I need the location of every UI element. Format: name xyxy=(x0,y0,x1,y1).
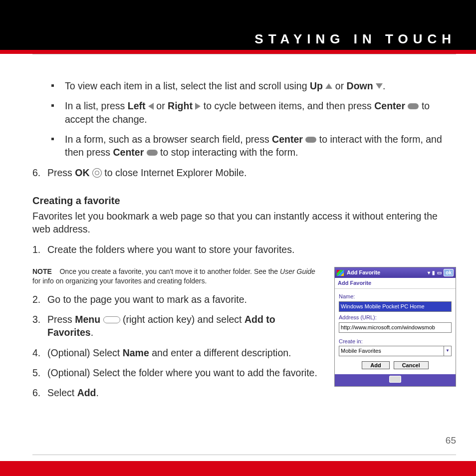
step-item: 3. Press Menu (right action key) and sel… xyxy=(32,313,322,339)
up-icon xyxy=(325,83,332,89)
name-label: Name: xyxy=(339,293,452,300)
text: . xyxy=(96,387,99,398)
step-text: Create the folders where you want to sto… xyxy=(47,243,456,256)
cancel-button[interactable]: Cancel xyxy=(394,361,429,369)
key-label-menu: Menu xyxy=(75,314,100,325)
text: or xyxy=(156,100,168,111)
url-label: Address (URL): xyxy=(339,314,452,321)
footer-red-bar xyxy=(0,461,476,476)
text: or xyxy=(335,80,347,91)
section-title: STAYING IN TOUCH xyxy=(254,31,456,47)
signal-icon: ▾ xyxy=(428,269,430,276)
inset-subheading: Add Favorite xyxy=(335,278,456,289)
ok-button[interactable]: ok xyxy=(444,269,454,277)
field-name: Name xyxy=(123,347,149,358)
page-content: To view each item in a list, select the … xyxy=(0,54,476,406)
key-label-left: Left xyxy=(128,100,146,111)
subsection-heading: Creating a favorite xyxy=(32,194,456,208)
step-item: 5. (Optional) Select the folder where yo… xyxy=(32,366,322,379)
keyboard-icon[interactable] xyxy=(389,376,401,383)
bullet-item: To view each item in a list, select the … xyxy=(32,79,456,92)
key-label-center: Center xyxy=(113,147,144,158)
footer-divider xyxy=(32,455,456,455)
menu-key-icon xyxy=(103,316,120,323)
ok-icon xyxy=(92,168,102,178)
text: Select xyxy=(47,387,77,398)
text: In a list, press xyxy=(65,100,128,111)
text: In a form, such as a browser search fiel… xyxy=(65,134,272,145)
center-icon xyxy=(147,150,158,156)
createin-field[interactable]: Mobile Favorites xyxy=(339,346,444,356)
step-number: 4. xyxy=(32,346,47,359)
text: . xyxy=(383,80,385,91)
text: to cycle between items, and then press xyxy=(204,100,375,111)
page-number: 65 xyxy=(446,435,456,446)
url-field[interactable]: http://www.microsoft.com/windowsmob xyxy=(339,322,452,333)
antenna-icon: ▮ xyxy=(432,269,435,276)
sip-bar xyxy=(335,374,456,386)
down-icon xyxy=(376,83,383,89)
dropdown-arrow-icon[interactable]: ▼ xyxy=(444,346,452,356)
note-text: for info on organizing your favorites an… xyxy=(32,277,207,285)
text: to close Internet Explorer Mobile. xyxy=(104,167,246,178)
center-icon xyxy=(305,137,316,143)
step-number: 5. xyxy=(32,366,47,379)
key-label-down: Down xyxy=(347,80,373,91)
add-button[interactable]: Add xyxy=(362,361,389,369)
step-text: Go to the page you want to mark as a fav… xyxy=(47,293,322,306)
bullet-list: To view each item in a list, select the … xyxy=(32,79,456,159)
step-number: 1. xyxy=(32,243,47,256)
key-label-center: Center xyxy=(374,100,405,111)
inset-title: Add Favorite xyxy=(347,269,380,276)
note-italic: User Guide xyxy=(280,267,315,275)
center-icon xyxy=(408,103,419,109)
left-icon xyxy=(148,103,154,110)
step-number: 3. xyxy=(32,313,47,326)
header-red-bar xyxy=(0,50,476,54)
key-label-right: Right xyxy=(168,100,193,111)
step-item: 6. Select Add. xyxy=(32,386,322,399)
text: Press xyxy=(47,167,75,178)
battery-icon: ▭ xyxy=(437,269,442,276)
bullet-item: In a list, press Left or Right to cycle … xyxy=(32,99,456,126)
note-block: NOTE Once you create a favorite, you can… xyxy=(32,267,322,286)
text: (right action key) and select xyxy=(123,314,244,325)
step-item: 2. Go to the page you want to mark as a … xyxy=(32,293,322,306)
windows-flag-icon xyxy=(337,270,344,276)
text: To view each item in a list, select the … xyxy=(65,80,310,91)
text: to stop interacting with the form. xyxy=(160,147,298,158)
text: and enter a different description. xyxy=(149,347,291,358)
step-number: 6. xyxy=(32,166,47,179)
bullet-item: In a form, such as a browser search fiel… xyxy=(32,133,456,159)
step-number: 2. xyxy=(32,293,47,306)
inset-titlebar: Add Favorite ▾ ▮ ▭ ok xyxy=(335,267,456,278)
bullet-marker xyxy=(51,104,54,107)
inset-screenshot: Add Favorite ▾ ▮ ▭ ok Add Favorite Name:… xyxy=(334,267,456,387)
key-label-center: Center xyxy=(272,134,303,145)
step-item: 6. Press OK to close Internet Explorer M… xyxy=(32,166,456,179)
key-label-up: Up xyxy=(310,80,323,91)
note-text: Once you create a favorite, you can't mo… xyxy=(59,267,280,275)
bullet-marker xyxy=(51,138,54,140)
bullet-marker xyxy=(51,84,54,87)
header-black-bar: STAYING IN TOUCH xyxy=(0,0,476,50)
text: Press xyxy=(47,314,75,325)
step-item: 4. (Optional) Select Name and enter a di… xyxy=(32,346,322,359)
createin-label: Create in: xyxy=(339,338,452,345)
step-text: (Optional) Select the folder where you w… xyxy=(47,366,322,379)
step-number: 6. xyxy=(32,386,47,399)
text: . xyxy=(91,327,93,338)
right-icon xyxy=(195,103,201,110)
button-name: Add xyxy=(77,387,96,398)
key-label-ok: OK xyxy=(75,167,89,178)
name-field[interactable]: Windows Mobile Pocket PC Home xyxy=(339,301,452,312)
intro-paragraph: Favorites let you bookmark a web page so… xyxy=(32,210,456,236)
step-item: 1. Create the folders where you want to … xyxy=(32,243,456,256)
text: (Optional) Select xyxy=(47,347,123,358)
note-label: NOTE xyxy=(32,267,52,275)
